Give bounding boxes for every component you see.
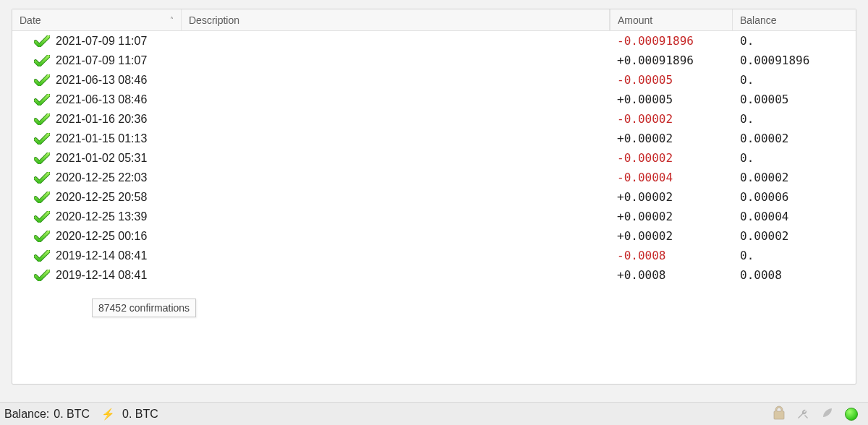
cell-date: 2021-01-15 01:13 [12,132,182,145]
cell-amount: +0.00002 [610,132,733,145]
confirmed-check-icon [34,270,50,281]
cell-amount: -0.00004 [610,171,733,184]
column-header-description[interactable]: Description [182,9,610,30]
cell-date: 2019-12-14 08:41 [12,269,182,282]
cell-date: 2021-06-13 08:46 [12,93,182,106]
confirmed-check-icon [34,153,50,164]
confirmed-check-icon [34,55,50,66]
transactions-panel: Date ˄ Description Amount Balance 2021-0… [12,9,856,385]
cell-date: 2021-06-13 08:46 [12,74,182,87]
cell-date: 2021-01-02 05:31 [12,152,182,165]
transaction-date: 2021-06-13 08:46 [56,74,147,87]
cell-amount: +0.00002 [610,190,733,204]
cell-amount: -0.00091896 [610,34,733,48]
cell-amount: -0.00005 [610,73,733,87]
cell-balance: 0.00002 [733,171,856,184]
transaction-date: 2020-12-25 22:03 [56,171,147,184]
table-row[interactable]: 2021-01-15 01:13+0.000020.00002 [12,129,856,148]
confirmed-check-icon [34,35,50,47]
sort-ascending-icon: ˄ [170,16,174,24]
table-row[interactable]: 2021-07-09 11:07-0.000918960. [12,31,856,51]
cell-balance: 0.0008 [733,268,856,282]
cell-date: 2020-12-25 20:58 [12,191,182,204]
table-row[interactable]: 2021-01-02 05:31-0.000020. [12,148,856,168]
cell-amount: +0.0008 [610,268,733,282]
table-header-row: Date ˄ Description Amount Balance [12,9,856,31]
cell-date: 2020-12-25 22:03 [12,171,182,184]
cell-amount: -0.00002 [610,112,733,126]
transaction-date: 2021-07-09 11:07 [56,54,147,67]
column-header-balance-label: Balance [740,14,777,26]
table-row[interactable]: 2019-12-14 08:41-0.00080. [12,246,856,265]
cell-balance: 0.00002 [733,132,856,145]
transaction-date: 2020-12-25 20:58 [56,191,147,204]
column-header-date[interactable]: Date ˄ [12,9,182,30]
transaction-date: 2021-07-09 11:07 [56,35,147,48]
confirmed-check-icon [34,94,50,106]
confirmed-check-icon [34,211,50,223]
transaction-date: 2021-01-16 20:36 [56,113,147,126]
confirmed-check-icon [34,172,50,184]
cell-balance: 0.00006 [733,190,856,204]
cell-balance: 0. [733,73,856,87]
cell-amount: +0.00002 [610,229,733,243]
table-row[interactable]: 2021-06-13 08:46-0.000050. [12,70,856,90]
column-header-amount-label: Amount [618,14,652,26]
cell-balance: 0. [733,249,856,262]
status-icons [773,405,864,423]
cell-date: 2021-07-09 11:07 [12,35,182,48]
confirmed-check-icon [34,250,50,262]
seed-icon[interactable] [820,405,835,423]
cell-date: 2021-01-16 20:36 [12,113,182,126]
table-row[interactable]: 2020-12-25 13:39+0.000020.00004 [12,207,856,226]
lock-icon[interactable] [773,405,786,423]
table-row[interactable]: 2021-06-13 08:46+0.000050.00005 [12,90,856,109]
network-status-icon[interactable] [845,408,858,421]
cell-balance: 0. [733,34,856,48]
transactions-list: 2021-07-09 11:07-0.000918960. 2021-07-09… [12,31,856,285]
confirmed-check-icon [34,74,50,86]
cell-balance: 0.00091896 [733,53,856,67]
transaction-date: 2020-12-25 00:16 [56,230,147,243]
transaction-date: 2021-01-15 01:13 [56,132,147,145]
status-lightning-value: 0. BTC [122,408,158,421]
cell-balance: 0.00004 [733,210,856,223]
cell-balance: 0. [733,112,856,126]
transaction-date: 2021-01-02 05:31 [56,152,147,165]
table-row[interactable]: 2019-12-14 08:41+0.00080.0008 [12,265,856,285]
cell-date: 2019-12-14 08:41 [12,249,182,262]
cell-amount: -0.00002 [610,151,733,165]
confirmations-tooltip: 87452 confirmations [92,299,196,317]
cell-date: 2020-12-25 13:39 [12,210,182,223]
lightning-icon: ⚡ [101,408,115,421]
column-header-amount[interactable]: Amount [610,9,733,30]
cell-amount: +0.00005 [610,93,733,106]
cell-date: 2020-12-25 00:16 [12,230,182,243]
table-row[interactable]: 2021-01-16 20:36-0.000020. [12,109,856,129]
cell-amount: +0.00002 [610,210,733,223]
cell-balance: 0. [733,151,856,165]
tools-icon[interactable] [796,405,810,423]
table-row[interactable]: 2020-12-25 00:16+0.000020.00002 [12,226,856,246]
status-balance-value: 0. BTC [54,408,90,421]
table-row[interactable]: 2020-12-25 22:03-0.000040.00002 [12,168,856,187]
transaction-date: 2019-12-14 08:41 [56,249,147,262]
cell-balance: 0.00002 [733,229,856,243]
column-header-description-label: Description [189,14,239,26]
confirmed-check-icon [34,133,50,145]
transaction-date: 2019-12-14 08:41 [56,269,147,282]
confirmed-check-icon [34,113,50,125]
column-header-balance[interactable]: Balance [733,9,856,30]
cell-amount: +0.00091896 [610,53,733,67]
confirmed-check-icon [34,231,50,242]
cell-balance: 0.00005 [733,93,856,106]
status-balance-label: Balance: [4,408,49,421]
status-bar: Balance: 0. BTC ⚡ 0. BTC [0,402,868,425]
table-row[interactable]: 2020-12-25 20:58+0.000020.00006 [12,187,856,207]
transaction-date: 2020-12-25 13:39 [56,210,147,223]
column-header-date-label: Date [20,14,41,26]
cell-amount: -0.0008 [610,249,733,262]
confirmations-tooltip-text: 87452 confirmations [98,302,190,314]
transaction-date: 2021-06-13 08:46 [56,93,147,106]
table-row[interactable]: 2021-07-09 11:07+0.000918960.00091896 [12,51,856,70]
